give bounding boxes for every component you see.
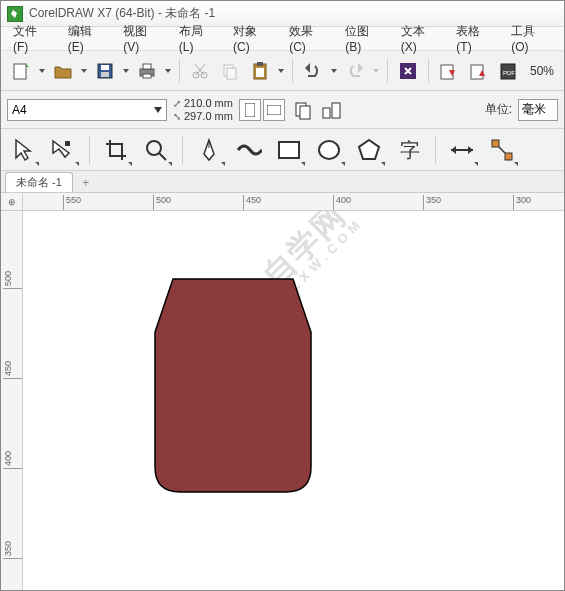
save-button[interactable] <box>91 57 119 85</box>
text-tool[interactable]: 字 <box>395 136 423 164</box>
rectangle-tool[interactable] <box>275 136 303 164</box>
open-dropdown-icon[interactable] <box>79 69 89 73</box>
document-tab[interactable]: 未命名 -1 <box>5 172 73 192</box>
toolbox-separator <box>435 136 436 164</box>
svg-rect-19 <box>257 62 263 66</box>
svg-rect-35 <box>267 105 281 115</box>
page-height[interactable]: 297.0 mm <box>184 110 233 122</box>
export-button[interactable] <box>465 57 493 85</box>
svg-marker-21 <box>278 69 284 73</box>
app-logo-icon <box>7 6 23 22</box>
window-title: CorelDRAW X7 (64-Bit) - 未命名 -1 <box>29 5 215 22</box>
menu-text[interactable]: 文本(X) <box>393 21 449 56</box>
ruler-h-tick: 550 <box>63 195 81 211</box>
toolbar-separator <box>428 59 429 83</box>
menu-effects[interactable]: 效果(C) <box>281 21 337 56</box>
svg-marker-52 <box>468 146 473 154</box>
pick-tool[interactable] <box>9 136 37 164</box>
menu-edit[interactable]: 编辑(E) <box>60 21 116 56</box>
svg-marker-23 <box>331 69 337 73</box>
undo-button[interactable] <box>299 57 327 85</box>
svg-rect-37 <box>300 106 310 119</box>
toolbar-separator <box>179 59 180 83</box>
zoom-level[interactable]: 50% <box>526 64 558 78</box>
menu-file[interactable]: 文件(F) <box>5 21 60 56</box>
property-bar: A4 ⤢210.0 mm ⤡297.0 mm 单位: 毫米 <box>1 91 564 129</box>
horizontal-ruler[interactable]: 550 500 450 400 350 300 <box>23 193 564 211</box>
redo-button[interactable] <box>341 57 369 85</box>
toolbox-separator <box>89 136 90 164</box>
svg-rect-17 <box>227 68 236 79</box>
unit-label: 单位: <box>485 101 512 118</box>
svg-text:PDF: PDF <box>503 70 515 76</box>
svg-rect-42 <box>65 141 70 146</box>
svg-rect-9 <box>143 64 151 69</box>
svg-rect-46 <box>279 142 299 158</box>
svg-rect-6 <box>101 72 109 77</box>
svg-rect-34 <box>245 103 255 117</box>
artistic-media-tool[interactable] <box>235 136 263 164</box>
save-dropdown-icon[interactable] <box>121 69 131 73</box>
toolbox-row: 字 <box>1 129 564 171</box>
unit-select[interactable]: 毫米 <box>518 99 558 121</box>
undo-dropdown-icon[interactable] <box>329 69 339 73</box>
svg-marker-7 <box>123 69 129 73</box>
chevron-down-icon <box>154 107 162 113</box>
current-page-button[interactable] <box>319 97 345 123</box>
svg-rect-54 <box>505 153 512 160</box>
new-button[interactable] <box>7 57 35 85</box>
menu-bitmap[interactable]: 位图(B) <box>337 21 393 56</box>
copy-button[interactable] <box>216 57 244 85</box>
all-pages-button[interactable] <box>291 97 317 123</box>
svg-marker-2 <box>39 69 45 73</box>
import-button[interactable] <box>435 57 463 85</box>
zoom-tool[interactable] <box>142 136 170 164</box>
open-button[interactable] <box>49 57 77 85</box>
width-icon: ⤢ <box>173 98 181 109</box>
dimension-tool[interactable] <box>448 136 476 164</box>
page-size-select[interactable]: A4 <box>7 99 167 121</box>
svg-marker-40 <box>16 140 30 160</box>
svg-marker-3 <box>81 69 87 73</box>
canvas[interactable]: 软件自学网 WWW.RJZXW.COM <box>23 211 564 591</box>
paste-dropdown-icon[interactable] <box>276 69 286 73</box>
ruler-v-tick: 350 <box>3 541 23 559</box>
portrait-button[interactable] <box>239 99 261 121</box>
shape-tool[interactable] <box>49 136 77 164</box>
paste-button[interactable] <box>246 57 274 85</box>
standard-toolbar: PDF 50% <box>1 51 564 91</box>
drawn-shape[interactable] <box>153 277 313 497</box>
menu-bar: 文件(F) 编辑(E) 视图(V) 布局(L) 对象(C) 效果(C) 位图(B… <box>1 27 564 51</box>
ellipse-tool[interactable] <box>315 136 343 164</box>
svg-line-44 <box>159 153 166 160</box>
landscape-button[interactable] <box>263 99 285 121</box>
search-content-button[interactable] <box>394 57 422 85</box>
ruler-v-tick: 500 <box>3 271 23 289</box>
vertical-ruler[interactable]: 500 450 400 350 <box>1 211 23 591</box>
crop-tool[interactable] <box>102 136 130 164</box>
menu-layout[interactable]: 布局(L) <box>171 21 225 56</box>
svg-rect-10 <box>143 74 151 78</box>
cut-button[interactable] <box>186 57 214 85</box>
add-tab-button[interactable]: + <box>77 174 95 192</box>
polygon-tool[interactable] <box>355 136 383 164</box>
print-dropdown-icon[interactable] <box>163 69 173 73</box>
menu-tools[interactable]: 工具(O) <box>503 21 560 56</box>
page-width[interactable]: 210.0 mm <box>184 97 233 109</box>
new-dropdown-icon[interactable] <box>37 69 47 73</box>
menu-object[interactable]: 对象(C) <box>225 21 281 56</box>
svg-marker-25 <box>373 69 379 73</box>
redo-dropdown-icon[interactable] <box>371 69 381 73</box>
ruler-origin-icon[interactable]: ⊕ <box>1 193 23 211</box>
document-tabs: 未命名 -1 + <box>1 171 564 193</box>
svg-marker-1 <box>26 64 29 67</box>
menu-view[interactable]: 视图(V) <box>115 21 171 56</box>
connector-tool[interactable] <box>488 136 516 164</box>
menu-table[interactable]: 表格(T) <box>448 21 503 56</box>
jar-shape-path <box>155 279 311 492</box>
freehand-tool[interactable] <box>195 136 223 164</box>
toolbox-separator <box>182 136 183 164</box>
height-icon: ⤡ <box>173 111 181 122</box>
print-button[interactable] <box>133 57 161 85</box>
publish-pdf-button[interactable]: PDF <box>495 57 523 85</box>
